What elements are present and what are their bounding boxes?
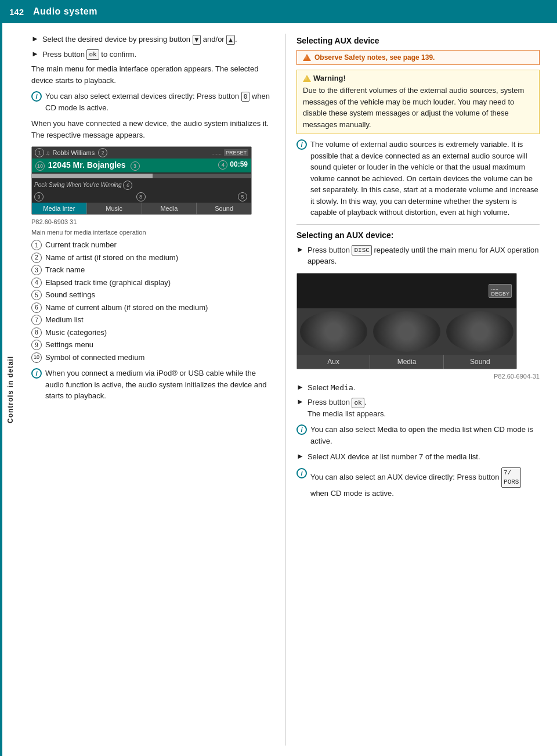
info-block-1: i You can also select external devices d… <box>31 91 275 113</box>
ms-n8: 8 <box>136 192 146 201</box>
circled-5: 5 <box>31 290 42 300</box>
ms-track: 10 12045 Mr. Bojangles 3 00:59 4 <box>32 159 251 172</box>
aux-tab-sound: Sound <box>444 355 516 369</box>
bullet-text-select-aux: Select AUX device at list number 7 of th… <box>308 451 480 463</box>
media-screen-caption: P82.60-6903 31 <box>31 218 275 225</box>
arrow-icon-1: ► <box>31 34 39 43</box>
paragraph-2: When you have connected a new device, th… <box>31 118 275 141</box>
bullet-item-2: ► Press button ok to confirm. <box>31 49 275 60</box>
aux-speaker-center <box>373 311 440 352</box>
arrow-icon-select-media: ► <box>296 383 304 391</box>
list-item-3: 3 Track name <box>31 264 275 276</box>
info-block-right-1: i The volume of external audio sources i… <box>296 139 540 218</box>
bullet-text-disc: Press button DISC repeatedly until the m… <box>308 244 540 267</box>
info-icon-1: i <box>31 91 42 102</box>
ms-tab-media: Media <box>142 203 197 214</box>
ms-track-name: 12045 Mr. Bojangles <box>48 160 126 170</box>
info-text-right-2: You can also select Media to open the me… <box>310 424 540 447</box>
ms-track-num-indicator: 10 <box>35 163 48 169</box>
media-monospace: Media <box>331 383 353 392</box>
list-text-3: Track name <box>45 264 85 276</box>
header-title: Audio system <box>33 6 97 17</box>
aux-speaker-left <box>300 311 367 352</box>
aux-top-area: .....DEGBY <box>297 273 516 308</box>
aux-btn-indicator: .....DEGBY <box>489 284 512 298</box>
safety-triangle-icon <box>303 54 311 61</box>
circled-1: 1 <box>31 240 42 250</box>
ms-song: Pock Swing When You're Winning 6 <box>32 179 251 191</box>
aux-screen: .....DEGBY Aux Media Sound <box>296 273 517 369</box>
main-layout: Controls in detail ► Select the desired … <box>0 23 557 756</box>
list-item-1: 1 Current track number <box>31 239 275 251</box>
ok-btn-1: ok <box>86 49 99 59</box>
up-arrow-btn: ▲ <box>226 35 235 45</box>
ms-num-2: 2 <box>98 148 107 157</box>
page-header: 142 Audio system <box>0 0 557 23</box>
bullet-text-ok: Press button ok. The media list appears. <box>308 397 386 419</box>
page-number: 142 <box>9 7 24 17</box>
bullet-disc: ► Press button DISC repeatedly until the… <box>296 244 540 267</box>
info-icon-right-2: i <box>296 424 307 435</box>
ok-btn-2: ok <box>352 398 364 408</box>
list-text-4: Elapsed track time (graphical display) <box>45 277 171 289</box>
media-screen: 1 ♫ Robbi Williams 2 ....... PRESET 10 1… <box>31 146 252 215</box>
bullet-select-aux: ► Select AUX device at list number 7 of … <box>296 451 540 463</box>
list-text-8: Music (categories) <box>45 327 107 339</box>
list-text-9: Settings menu <box>45 339 93 351</box>
list-item-5: 5 Sound settings <box>31 289 275 301</box>
safety-text: Observe Safety notes, see page 139. <box>314 53 435 62</box>
warning-box: Warning! Due to the different volumes of… <box>296 70 540 134</box>
sidebar-label: Controls in detail <box>6 356 15 423</box>
ms-tab-media-inter: Media Inter <box>32 203 87 214</box>
aux-tabs: Aux Media Sound <box>297 355 516 369</box>
ms-artist-name: Robbi Williams <box>53 149 95 156</box>
list-item-10: 10 Symbol of connected medium <box>31 352 275 363</box>
screen-caption: Main menu for media interface operation <box>31 229 275 236</box>
content-area: ► Select the desired device by pressing … <box>19 23 557 756</box>
ms-tabs: Media Inter Music Media Sound <box>32 203 251 214</box>
circled-10: 10 <box>31 352 42 363</box>
ms-progress-bar <box>32 174 251 178</box>
zero-btn: 0 <box>241 92 250 102</box>
pors-btn: 7/PORS <box>501 467 521 488</box>
info-icon-right-1: i <box>296 139 307 150</box>
info-block-2: i When you connect a medium via iPod® or… <box>31 368 275 402</box>
circled-4: 4 <box>31 278 42 288</box>
info-text-2: When you connect a medium via iPod® or U… <box>45 368 275 402</box>
ms-tab-sound: Sound <box>197 203 251 214</box>
circled-2: 2 <box>31 253 42 263</box>
info-block-right-2: i You can also select Media to open the … <box>296 424 540 447</box>
arrow-icon-2: ► <box>31 49 39 58</box>
list-text-6: Name of current album (if stored on the … <box>45 302 208 314</box>
right-column: Selecting AUX device Observe Safety note… <box>285 34 552 746</box>
warning-triangle-icon <box>303 75 311 82</box>
bullet-text-select-media: Select Media. <box>308 382 356 394</box>
warning-text: Due to the different volumes of the exte… <box>303 85 533 130</box>
bullet-ok: ► Press button ok. The media list appear… <box>296 397 540 419</box>
ms-n9: 9 <box>34 192 44 201</box>
ms-tab-music: Music <box>87 203 142 214</box>
ms-top-btn: PRESET <box>224 149 248 156</box>
list-item-6: 6 Name of current album (if stored on th… <box>31 302 275 314</box>
ms-dots: ....... <box>211 150 222 156</box>
list-item-2: 2 Name of artist (if stored on the mediu… <box>31 252 275 264</box>
section-title-aux: Selecting AUX device <box>296 36 540 45</box>
aux-tab-media: Media <box>370 355 443 369</box>
list-item-4: 4 Elapsed track time (graphical display) <box>31 277 275 289</box>
ms-artist-icon: ♫ <box>46 150 50 156</box>
ms-progress-fill <box>32 174 153 178</box>
list-item-9: 9 Settings menu <box>31 339 275 351</box>
media-list-appears: The media list appears. <box>308 409 386 418</box>
warning-title: Warning! <box>313 74 346 82</box>
paragraph-1: The main menu for media interface operat… <box>31 63 275 86</box>
list-text-7: Medium list <box>45 314 84 326</box>
info-block-right-3: i You can also select an AUX device dire… <box>296 467 540 499</box>
safety-note: Observe Safety notes, see page 139. <box>296 50 540 65</box>
ms-num-3: 3 <box>131 161 140 171</box>
bullet-select-media: ► Select Media. <box>296 382 540 394</box>
aux-screen-caption: P82.60-6904-31 <box>296 373 540 380</box>
divider-1 <box>296 224 540 225</box>
list-text-10: Symbol of connected medium <box>45 352 144 363</box>
ms-n5: 5 <box>238 192 247 201</box>
bullet-item-1: ► Select the desired device by pressing … <box>31 34 275 45</box>
